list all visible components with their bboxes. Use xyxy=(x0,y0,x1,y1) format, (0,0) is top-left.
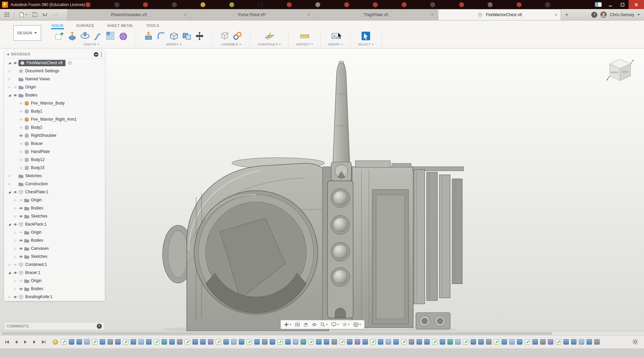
timeline-feature-mirror[interactable] xyxy=(548,339,553,345)
timeline-feature-extrude[interactable] xyxy=(131,339,136,345)
browser-item[interactable]: ▷Construction xyxy=(4,180,105,188)
browser-item[interactable]: ▷Canvases xyxy=(4,244,105,252)
timeline-feature-extrude[interactable] xyxy=(285,339,291,345)
timeline-feature-sketch[interactable] xyxy=(277,339,283,345)
timeline-settings-gear-icon[interactable] xyxy=(632,339,639,345)
expand-arrow-icon[interactable]: ▷ xyxy=(12,246,18,251)
expand-arrow-icon[interactable]: ▷ xyxy=(12,254,18,260)
extrude-button[interactable] xyxy=(67,31,77,41)
titlebar-app-icon[interactable] xyxy=(115,2,119,7)
user-name[interactable]: Chris Gensey xyxy=(610,12,634,17)
construction-plane-button[interactable] xyxy=(264,31,274,41)
visibility-eye-off-icon[interactable] xyxy=(18,117,24,122)
ribbon-tab-tools[interactable]: TOOLS xyxy=(145,24,160,29)
activate-component-radio-icon[interactable] xyxy=(68,61,72,65)
timeline-feature-sketch[interactable] xyxy=(123,339,128,345)
visibility-eye-on-icon[interactable] xyxy=(18,205,24,211)
visibility-eye-off-icon[interactable] xyxy=(18,230,24,235)
titlebar-app-icon[interactable] xyxy=(430,2,435,7)
viewcube[interactable]: RIGHT BACK xyxy=(606,56,635,85)
chevron-down-icon[interactable] xyxy=(637,14,640,15)
timeline-feature-extrude[interactable] xyxy=(146,339,152,345)
save-button[interactable] xyxy=(32,12,38,17)
workspace-selector[interactable]: DESIGN xyxy=(13,25,41,41)
browser-item[interactable]: ▷Sketches xyxy=(4,172,105,180)
panel-grip[interactable] xyxy=(101,52,102,57)
timeline-start-marker[interactable] xyxy=(53,340,58,345)
visibility-eye-off-icon[interactable] xyxy=(18,165,24,171)
expand-arrow-icon[interactable]: ▷ xyxy=(12,205,18,211)
browser-item[interactable]: Bracer xyxy=(4,140,105,148)
timeline-feature-fillet[interactable] xyxy=(231,339,237,345)
timeline-scrollbar[interactable] xyxy=(0,331,644,335)
maximize-button[interactable] xyxy=(616,0,629,9)
collapse-arrow-icon[interactable]: ◢ xyxy=(7,60,12,66)
timeline-feature-combine[interactable] xyxy=(262,339,267,345)
collapse-arrow-icon[interactable]: ◢ xyxy=(7,270,12,276)
timeline-feature-extrude[interactable] xyxy=(362,339,368,345)
expand-arrow-icon[interactable]: ▷ xyxy=(7,84,12,90)
timeline-feature-sketch[interactable] xyxy=(432,339,437,345)
layout-button[interactable] xyxy=(592,0,604,9)
expand-arrow-icon[interactable]: ▷ xyxy=(7,76,12,82)
timeline-feature-extrude[interactable] xyxy=(532,339,538,345)
expand-arrow-icon[interactable]: ▷ xyxy=(12,238,18,243)
visibility-eye-on-icon[interactable] xyxy=(12,92,18,98)
expand-arrow-icon[interactable]: ▷ xyxy=(12,286,18,292)
timeline-feature-sketch[interactable] xyxy=(216,339,221,345)
timeline-feature-extrude[interactable] xyxy=(223,339,229,345)
timeline-feature-extrude[interactable] xyxy=(571,339,576,345)
tab-close-icon[interactable]: × xyxy=(431,12,434,17)
orbit-button[interactable] xyxy=(310,321,318,328)
titlebar-app-icon[interactable] xyxy=(517,2,521,7)
viewcube-face-back[interactable]: BACK xyxy=(622,71,628,73)
titlebar-app-icon[interactable] xyxy=(229,2,234,7)
titlebar-app-icon[interactable] xyxy=(287,2,292,7)
browser-item[interactable]: ▷Named Views xyxy=(4,75,105,83)
timeline-feature-extrude[interactable] xyxy=(471,339,476,345)
titlebar-app-icon[interactable] xyxy=(344,2,349,7)
timeline-feature-extrude[interactable] xyxy=(347,339,352,345)
step-back-button[interactable] xyxy=(12,338,20,346)
timeline-feature-revolve[interactable] xyxy=(447,339,453,345)
select-tool-button[interactable] xyxy=(361,31,371,41)
titlebar-app-icon[interactable] xyxy=(86,2,90,7)
document-tab[interactable]: FireWarriorChest v9× xyxy=(438,9,561,20)
timeline-feature-combine[interactable] xyxy=(540,339,546,345)
new-tab-button[interactable]: + xyxy=(562,9,572,20)
browser-item[interactable]: ◢Bodies xyxy=(4,91,105,99)
timeline-feature-revolve[interactable] xyxy=(162,339,167,345)
timeline-feature-extrude[interactable] xyxy=(69,339,74,345)
timeline-feature-fillet[interactable] xyxy=(138,339,144,345)
visibility-eye-off-icon[interactable] xyxy=(18,141,24,147)
timeline-feature-extrude[interactable] xyxy=(517,339,522,345)
titlebar-app-icon[interactable] xyxy=(143,2,148,7)
browser-item[interactable]: ▷Sketches xyxy=(4,252,105,261)
timeline-feature-combine[interactable] xyxy=(409,339,414,345)
timeline-feature-sketch[interactable] xyxy=(401,339,406,345)
visibility-eye-off-icon[interactable] xyxy=(12,262,18,268)
move-tool-button[interactable] xyxy=(195,31,205,41)
timeline-feature-sketch[interactable] xyxy=(92,339,97,345)
step-forward-button[interactable] xyxy=(31,338,38,346)
visibility-eye-off-icon[interactable] xyxy=(18,278,24,284)
browser-item[interactable]: ▷Origin xyxy=(4,83,105,91)
visibility-eye-on-icon[interactable] xyxy=(12,270,18,276)
visibility-eye-off-icon[interactable] xyxy=(18,125,24,130)
browser-item[interactable]: ◢BackPack:1 xyxy=(4,220,105,228)
browser-item[interactable]: ▷Origin xyxy=(4,196,105,204)
timeline-feature-combine[interactable] xyxy=(594,339,600,345)
browser-item[interactable]: HandPlate xyxy=(4,148,105,156)
browser-item[interactable]: ▷BondingKnife:1 xyxy=(4,293,105,301)
titlebar-app-icon[interactable] xyxy=(545,2,550,7)
timeline-feature-extrude[interactable] xyxy=(200,339,206,345)
document-tab[interactable]: PhotonGrenades v3× xyxy=(67,9,190,20)
visibility-eye-off-icon[interactable] xyxy=(18,101,24,106)
titlebar-app-icon[interactable] xyxy=(373,2,378,7)
comments-bar[interactable]: COMMENTS + xyxy=(4,322,105,330)
pattern-tool-button[interactable] xyxy=(105,31,116,41)
timeline-feature-extrude[interactable] xyxy=(270,339,275,345)
timeline-feature-sketch[interactable] xyxy=(556,339,561,345)
timeline-feature-extrude[interactable] xyxy=(440,339,445,345)
timeline-feature-mirror[interactable] xyxy=(355,339,360,345)
